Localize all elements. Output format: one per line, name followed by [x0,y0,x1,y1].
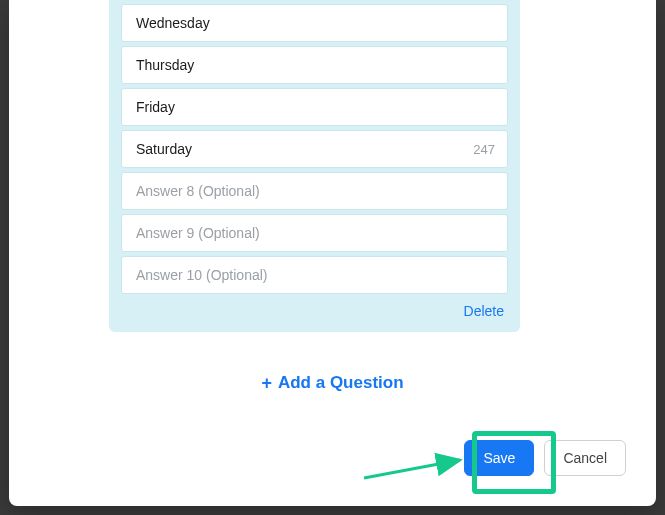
answer-row [121,214,508,252]
answer-input-9[interactable] [134,224,495,242]
char-counter: 247 [473,142,495,157]
answer-row: 247 [121,130,508,168]
answer-field-wrap [121,88,508,126]
answer-field-wrap [121,214,508,252]
answer-row [121,88,508,126]
modal-dialog: 247 Delete +Add a [9,0,656,506]
answer-field-wrap [121,256,508,294]
answer-row [121,46,508,84]
cancel-button[interactable]: Cancel [544,440,626,476]
answer-input-7[interactable] [134,140,465,158]
answer-field-wrap [121,172,508,210]
answer-input-6[interactable] [134,98,495,116]
footer-actions: Save Cancel [464,440,626,476]
add-question-label: Add a Question [278,373,404,392]
answer-input-5[interactable] [134,56,495,74]
answer-input-4[interactable] [134,14,495,32]
delete-link[interactable]: Delete [464,303,504,319]
answers-list: 247 [121,0,508,294]
add-question-button[interactable]: +Add a Question [9,372,656,393]
answer-input-8[interactable] [134,182,495,200]
plus-icon: + [261,373,272,394]
answer-row [121,172,508,210]
answer-field-wrap [121,4,508,42]
answer-field-wrap [121,46,508,84]
answer-input-10[interactable] [134,266,495,284]
answer-row [121,256,508,294]
answer-row [121,4,508,42]
answer-field-wrap: 247 [121,130,508,168]
save-button[interactable]: Save [464,440,534,476]
delete-row: Delete [121,294,508,322]
question-panel: 247 Delete [109,0,520,332]
